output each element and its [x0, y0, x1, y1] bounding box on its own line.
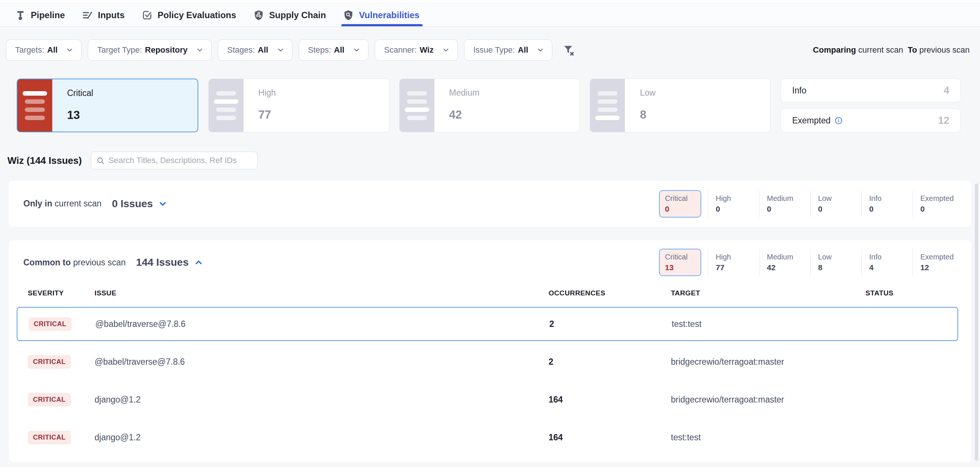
issue-cell: django@1.2 — [94, 432, 549, 443]
chip-medium[interactable]: Medium 42 — [759, 249, 803, 276]
section-common-previous: Common to previous scan 144 Issues Criti… — [9, 240, 971, 462]
top-strip — [0, 0, 980, 4]
table-row[interactable]: CRITICAL django@1.2 164 test:test — [17, 420, 958, 454]
comparing-to: To — [908, 45, 917, 54]
filter-label: Scanner: — [384, 45, 417, 55]
exempted-label: Exempted — [792, 116, 830, 125]
info-circle-icon[interactable] — [834, 116, 843, 125]
chip-value: 12 — [920, 263, 957, 272]
side-cards: Info 4 Exempted 12 — [781, 79, 961, 132]
chip-value: 0 — [716, 205, 752, 213]
severity-chips: Critical 13 High 77 Medium 42 Low 8 Info… — [659, 249, 957, 276]
severity-card-critical[interactable]: Critical 13 — [17, 79, 198, 132]
inputs-icon — [82, 10, 93, 21]
chip-label: Low — [818, 194, 855, 203]
chip-low[interactable]: Low 0 — [810, 190, 855, 218]
filter-issue-type[interactable]: Issue Type: All — [464, 39, 552, 61]
target-cell: bridgecrewio/terragoat:master — [671, 395, 865, 405]
target-cell: bridgecrewio/terragoat:master — [671, 357, 865, 367]
scanner-header: Wiz (144 Issues) — [7, 152, 980, 169]
column-header-severity: SEVERITY — [28, 289, 94, 297]
tab-policy-evaluations[interactable]: Policy Evaluations — [142, 4, 236, 26]
chip-low[interactable]: Low 8 — [810, 249, 855, 276]
chip-label: Critical — [665, 194, 700, 203]
chip-value: 0 — [665, 205, 700, 213]
occurrences-cell: 2 — [549, 319, 671, 329]
target-cell: test:test — [671, 432, 865, 443]
severity-badge: CRITICAL — [28, 393, 71, 407]
filter-stages[interactable]: Stages: All — [218, 39, 293, 61]
tab-pipeline[interactable]: Pipeline — [15, 4, 65, 26]
card-label: Critical — [67, 88, 93, 98]
chip-label: Exempted — [920, 194, 957, 203]
severity-bars-icon — [209, 79, 243, 132]
tab-label: Pipeline — [31, 10, 65, 21]
chip-value: 0 — [818, 205, 855, 213]
severity-card-low[interactable]: Low 8 — [590, 79, 771, 132]
table-row[interactable]: CRITICAL django@1.2 164 bridgecrewio/ter… — [17, 383, 958, 416]
chip-value: 0 — [767, 205, 803, 213]
chip-value: 42 — [767, 263, 803, 272]
chip-medium[interactable]: Medium 0 — [759, 190, 803, 218]
section-label-bold: Only in — [23, 199, 52, 208]
tab-supply-chain[interactable]: Supply Chain — [253, 4, 326, 26]
card-value: 4 — [944, 85, 949, 96]
search-box — [91, 152, 258, 169]
severity-card-high[interactable]: High 77 — [208, 79, 389, 132]
section-count-toggle[interactable]: 0 Issues — [112, 198, 168, 210]
filter-value: All — [47, 45, 57, 55]
chip-label: High — [716, 194, 752, 203]
policy-check-icon — [142, 10, 153, 21]
card-value: 77 — [258, 108, 276, 122]
search-input[interactable] — [108, 156, 252, 165]
tab-inputs[interactable]: Inputs — [82, 4, 124, 26]
pipeline-icon — [15, 10, 26, 21]
section-label: Only in current scan — [23, 199, 102, 209]
chip-critical[interactable]: Critical 0 — [659, 190, 701, 218]
chip-value: 4 — [869, 263, 906, 272]
vertical-scrollbar[interactable] — [975, 183, 978, 461]
section-count-toggle[interactable]: 144 Issues — [136, 256, 204, 268]
table-row[interactable]: CRITICAL @babel/traverse@7.8.6 2 test:te… — [17, 307, 958, 341]
filter-steps[interactable]: Steps: All — [299, 39, 369, 61]
chip-exempted[interactable]: Exempted 12 — [913, 249, 957, 276]
comparing-current: current scan — [858, 45, 903, 54]
filter-target-type[interactable]: Target Type: Repository — [88, 39, 212, 61]
chip-label: Medium — [767, 253, 803, 261]
severity-bars-icon — [18, 79, 52, 132]
filter-targets[interactable]: Targets: All — [6, 39, 81, 61]
table-row[interactable]: CRITICAL @babel/traverse@7.8.6 2 bridgec… — [17, 345, 958, 379]
card-label: Low — [640, 88, 655, 98]
occurrences-cell: 164 — [549, 432, 671, 443]
filter-scanner[interactable]: Scanner: Wiz — [375, 39, 458, 61]
filters-row: Targets: All Target Type: Repository Sta… — [6, 39, 970, 61]
tab-vulnerabilities[interactable]: Vulnerabilities — [343, 4, 419, 26]
severity-bars-icon — [590, 79, 625, 132]
chip-value: 0 — [920, 205, 957, 213]
column-header-occurrences: OCCURRENCES — [549, 289, 671, 297]
section-head: Only in current scan 0 Issues — [23, 181, 167, 226]
chip-value: 77 — [716, 263, 752, 272]
issues-table: CRITICAL @babel/traverse@7.8.6 2 test:te… — [17, 307, 958, 454]
card-value: 42 — [449, 108, 480, 122]
clear-filters-icon[interactable] — [562, 44, 575, 56]
chip-critical[interactable]: Critical 13 — [659, 249, 701, 276]
chip-high[interactable]: High 0 — [708, 190, 752, 218]
chip-info[interactable]: Info 4 — [861, 249, 906, 276]
issue-cell: @babel/traverse@7.8.6 — [95, 319, 549, 329]
column-header-status: STATUS — [865, 289, 958, 297]
info-card[interactable]: Info 4 — [781, 79, 961, 102]
section-label: Common to previous scan — [23, 257, 126, 268]
chip-exempted[interactable]: Exempted 0 — [913, 190, 957, 218]
exempted-card[interactable]: Exempted 12 — [781, 109, 961, 132]
chevron-down-icon — [158, 199, 167, 209]
chip-high[interactable]: High 77 — [708, 249, 752, 276]
filter-label: Target Type: — [97, 45, 142, 55]
chip-info[interactable]: Info 0 — [861, 190, 906, 218]
chevron-up-icon — [194, 257, 204, 267]
chip-label: Low — [818, 253, 855, 261]
occurrences-cell: 2 — [549, 357, 671, 367]
card-label: Medium — [449, 88, 480, 98]
severity-card-medium[interactable]: Medium 42 — [399, 79, 580, 132]
comparing-bold: Comparing — [813, 45, 856, 54]
